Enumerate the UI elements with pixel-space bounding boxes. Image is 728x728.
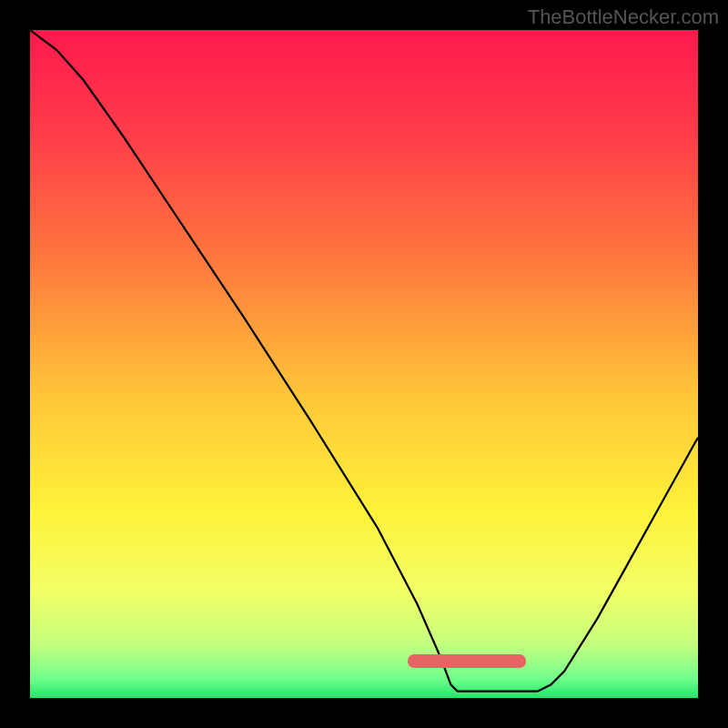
watermark-text: TheBottleNecker.com	[528, 5, 719, 29]
chart-canvas	[30, 30, 698, 698]
optimal-range-marker	[408, 654, 526, 668]
gradient-background	[30, 30, 698, 698]
